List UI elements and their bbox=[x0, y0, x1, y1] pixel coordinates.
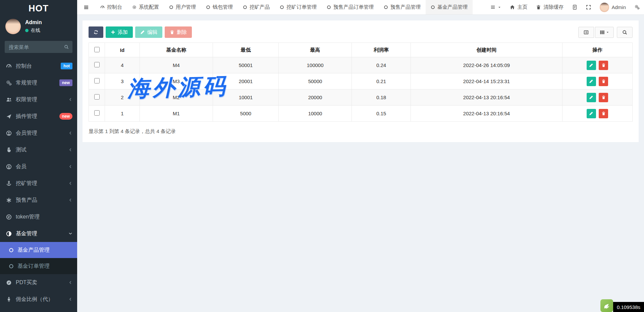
row-checkbox[interactable] bbox=[94, 94, 100, 100]
sidebar-item-mining[interactable]: 挖矿管理 bbox=[0, 175, 77, 192]
navbar-right: 主页 清除缓存 Admin bbox=[486, 0, 644, 14]
search-icon bbox=[622, 30, 627, 35]
table-header-row: Id 基金名称 最低 最高 利润率 创建时间 操作 bbox=[89, 43, 633, 57]
comments-icon bbox=[6, 214, 12, 220]
anchor-icon bbox=[6, 181, 12, 186]
tab-mining-product[interactable]: 挖矿产品 bbox=[238, 0, 275, 14]
language-button[interactable] bbox=[568, 0, 582, 15]
sidebar-item-token[interactable]: token管理 bbox=[0, 208, 77, 225]
rocket-icon bbox=[6, 114, 12, 119]
hand-peace-icon bbox=[6, 147, 12, 153]
columns-dropdown-button[interactable] bbox=[595, 27, 614, 38]
settings-button[interactable] bbox=[630, 0, 644, 15]
trash-icon bbox=[601, 79, 606, 83]
tab-user-manage[interactable]: 用户管理 bbox=[164, 0, 201, 14]
sidebar-item-commission[interactable]: 佣金比例（代） bbox=[0, 291, 77, 308]
toggle-view-button[interactable] bbox=[578, 27, 594, 38]
sidebar-item-general[interactable]: 常规管理 new bbox=[0, 74, 77, 91]
trace-bar: 0.109538s bbox=[600, 299, 644, 312]
sidebar-item-console[interactable]: 控制台 hot bbox=[0, 58, 77, 74]
row-edit-button[interactable] bbox=[587, 109, 596, 118]
menu-search bbox=[5, 41, 72, 53]
sidebar-item-fund-product[interactable]: 基金产品管理 bbox=[0, 242, 77, 258]
delete-button[interactable]: 删除 bbox=[165, 26, 192, 38]
tab-wallet-manage[interactable]: 钱包管理 bbox=[201, 0, 238, 14]
gears-icon bbox=[6, 80, 12, 86]
sidebar-item-member[interactable]: 会员 bbox=[0, 158, 77, 175]
hamburger-icon bbox=[84, 5, 89, 10]
sidebar-toggle-button[interactable] bbox=[77, 0, 95, 14]
clear-cache-link[interactable]: 清除缓存 bbox=[532, 0, 568, 15]
table-row: 3 M3 20001 50000 0.21 2022-04-14 15:23:3… bbox=[89, 73, 633, 89]
pencil-icon bbox=[589, 111, 593, 116]
compass-icon bbox=[6, 280, 12, 286]
circle-icon bbox=[431, 5, 435, 9]
row-edit-button[interactable] bbox=[587, 61, 596, 70]
fund-product-panel: 添加 编辑 删除 bbox=[83, 20, 639, 142]
gauge-icon bbox=[6, 63, 12, 69]
menu-search-input[interactable] bbox=[5, 41, 72, 53]
gauge-icon bbox=[100, 5, 105, 9]
select-all-checkbox[interactable] bbox=[94, 47, 100, 52]
pencil-icon bbox=[589, 79, 593, 83]
tab-fund-product[interactable]: 基金产品管理 bbox=[426, 0, 473, 14]
plus-icon bbox=[111, 30, 115, 35]
row-edit-button[interactable] bbox=[587, 77, 596, 86]
fullscreen-button[interactable] bbox=[582, 0, 595, 15]
tab-presale-product[interactable]: 预售产品管理 bbox=[379, 0, 426, 14]
sidebar-item-fund-order[interactable]: 基金订单管理 bbox=[0, 258, 77, 274]
sidebar-item-fund[interactable]: 基金管理 bbox=[0, 225, 77, 242]
row-delete-button[interactable] bbox=[599, 61, 608, 70]
tab-mining-order[interactable]: 挖矿订单管理 bbox=[275, 0, 322, 14]
search-icon bbox=[64, 45, 69, 49]
column-header-name: 基金名称 bbox=[140, 43, 213, 57]
tabs-menu-dropdown-button[interactable] bbox=[486, 0, 505, 15]
sidebar-item-pdt[interactable]: PDT买卖 bbox=[0, 274, 77, 291]
row-edit-button[interactable] bbox=[587, 93, 596, 102]
asterisk-icon bbox=[6, 197, 12, 203]
row-delete-button[interactable] bbox=[599, 77, 608, 86]
add-button[interactable]: 添加 bbox=[106, 26, 133, 38]
pencil-icon bbox=[589, 95, 593, 100]
sidebar-item-member-manage[interactable]: 会员管理 bbox=[0, 125, 77, 141]
tab-console[interactable]: 控制台 bbox=[95, 0, 127, 14]
record-summary: 显示第 1 到第 4 条记录，总共 4 条记录 bbox=[89, 128, 633, 135]
hot-badge: hot bbox=[61, 63, 72, 70]
sidebar-menu: 控制台 hot 常规管理 new 权限管理 插件管理 new 会员管理 bbox=[0, 58, 77, 312]
circle-icon bbox=[9, 264, 14, 269]
sidebar-item-test[interactable]: 测试 bbox=[0, 141, 77, 158]
refresh-button[interactable] bbox=[89, 26, 103, 38]
content-area: 添加 编辑 删除 bbox=[77, 15, 644, 312]
row-checkbox[interactable] bbox=[94, 62, 100, 67]
pencil-icon bbox=[140, 30, 145, 35]
circle-icon bbox=[384, 5, 388, 9]
sidebar-item-addons[interactable]: 插件管理 new bbox=[0, 108, 77, 125]
user-circle-icon bbox=[6, 164, 12, 170]
chevron-left-icon bbox=[68, 198, 72, 202]
top-navbar: 控制台 系统配置 用户管理 钱包管理 挖矿产品 bbox=[77, 0, 644, 15]
search-toggle-button[interactable] bbox=[617, 27, 633, 38]
cogs-icon bbox=[635, 5, 640, 10]
toolbar-right bbox=[578, 27, 633, 38]
tab-system-config[interactable]: 系统配置 bbox=[127, 0, 164, 14]
fund-product-table: Id 基金名称 最低 最高 利润率 创建时间 操作 4 bbox=[89, 43, 633, 122]
row-checkbox[interactable] bbox=[94, 110, 100, 116]
app-window: HOT Admin 在线 控制台 hot 常规管理 bbox=[0, 0, 644, 312]
admin-avatar[interactable] bbox=[5, 19, 21, 34]
home-link[interactable]: 主页 bbox=[505, 0, 532, 15]
sidebar: HOT Admin 在线 控制台 hot 常规管理 bbox=[0, 0, 77, 312]
chevron-left-icon bbox=[68, 297, 72, 301]
trash-icon bbox=[601, 95, 606, 100]
row-checkbox[interactable] bbox=[94, 78, 100, 83]
table-row: 1 M1 5000 10000 0.15 2022-04-13 20:16:54 bbox=[89, 106, 633, 122]
edit-button[interactable]: 编辑 bbox=[135, 26, 162, 38]
trash-icon bbox=[601, 111, 606, 116]
sidebar-item-presale[interactable]: 预售产品 bbox=[0, 192, 77, 208]
refresh-icon bbox=[94, 30, 98, 35]
admin-menu[interactable]: Admin bbox=[595, 0, 630, 15]
sidebar-item-auth[interactable]: 权限管理 bbox=[0, 91, 77, 108]
row-delete-button[interactable] bbox=[599, 109, 608, 118]
tab-presale-order[interactable]: 预售产品订单管理 bbox=[322, 0, 379, 14]
thinkphp-logo-icon[interactable] bbox=[600, 299, 613, 312]
row-delete-button[interactable] bbox=[599, 93, 608, 102]
